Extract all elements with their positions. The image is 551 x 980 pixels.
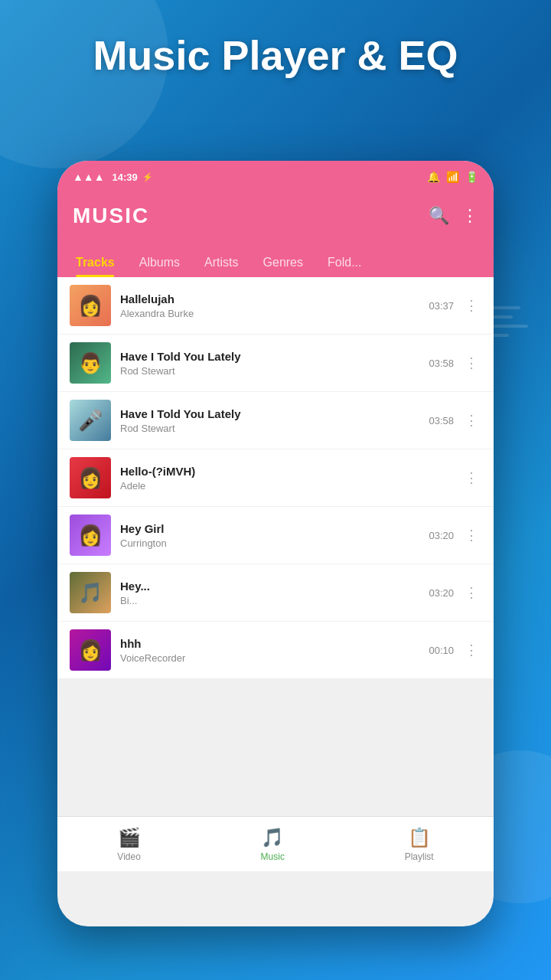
track-info: Hello-(?iMVH) Adele xyxy=(111,465,454,492)
track-duration: 03:58 xyxy=(429,415,454,426)
track-name: Hallelujah xyxy=(120,292,419,305)
track-name: Hey... xyxy=(120,580,419,593)
track-item[interactable]: 👨 Have I Told You Lately Rod Stewart 03:… xyxy=(57,335,494,392)
music-header: MUSIC 🔍 ⋮ xyxy=(57,193,494,239)
phone-frame: ▲▲▲ 14:39 ⚡ 🔔 📶 🔋 MUSIC 🔍 ⋮ Tracks Album… xyxy=(57,161,494,926)
track-artist: Adele xyxy=(120,480,445,492)
track-more-icon[interactable]: ⋮ xyxy=(461,294,481,317)
nav-video-label: Video xyxy=(117,851,140,862)
tab-albums[interactable]: Albums xyxy=(127,248,192,277)
track-name: hhh xyxy=(120,637,419,650)
notification-icon: 🔔 xyxy=(427,171,440,183)
track-list: 👩 Hallelujah Alexandra Burke 03:37 ⋮ 👨 H… xyxy=(57,277,494,679)
tab-genres[interactable]: Genres xyxy=(251,248,315,277)
track-thumbnail: 🎵 xyxy=(70,572,111,613)
track-artist: Rod Stewart xyxy=(120,423,419,434)
track-name: Hey Girl xyxy=(120,522,419,535)
track-info: Hey... Bi... xyxy=(111,580,429,606)
track-more-icon[interactable]: ⋮ xyxy=(461,524,481,547)
playlist-icon: 📋 xyxy=(408,827,431,848)
track-thumbnail: 👩 xyxy=(70,285,111,326)
track-thumbnail: 👩 xyxy=(70,629,111,671)
track-more-icon[interactable]: ⋮ xyxy=(461,581,481,604)
tab-artists[interactable]: Artists xyxy=(192,248,250,277)
track-artist: Bi... xyxy=(120,595,419,606)
track-item[interactable]: 👩 Hello-(?iMVH) Adele ⋮ 👩 At My Worst xyxy=(57,449,494,507)
tab-bar: Tracks Albums Artists Genres Fold... xyxy=(57,239,494,277)
music-icon: 🎵 xyxy=(261,827,284,848)
track-more-icon[interactable]: ⋮ xyxy=(461,409,481,432)
track-item[interactable]: 👩 Hallelujah Alexandra Burke 03:37 ⋮ xyxy=(57,277,494,335)
track-info: Hallelujah Alexandra Burke xyxy=(111,292,429,319)
nav-playlist-label: Playlist xyxy=(405,851,434,862)
nav-playlist[interactable]: 📋 Playlist xyxy=(405,827,434,862)
track-info: Have I Told You Lately Rod Stewart xyxy=(111,407,429,434)
track-name: Have I Told You Lately xyxy=(120,407,419,420)
track-thumbnail: 👨 xyxy=(70,342,111,384)
track-name: Have I Told You Lately xyxy=(120,350,419,363)
app-title: Music Player & EQ xyxy=(38,31,513,80)
app-title-area: Music Player & EQ xyxy=(38,31,513,80)
video-icon: 🎬 xyxy=(118,827,141,848)
track-artist: Rod Stewart xyxy=(120,365,419,377)
nav-video[interactable]: 🎬 Video xyxy=(117,827,140,862)
tab-folders[interactable]: Fold... xyxy=(315,248,373,277)
usb-icon: ⚡ xyxy=(142,172,153,182)
track-duration: 03:37 xyxy=(429,300,454,312)
track-more-icon[interactable]: ⋮ xyxy=(461,466,481,489)
track-info: hhh VoiceRecorder xyxy=(111,637,429,664)
track-item[interactable]: 👩 hhh VoiceRecorder 00:10 ⋮ xyxy=(57,622,494,679)
bottom-nav: 🎬 Video 🎵 Music 📋 Playlist xyxy=(57,816,494,871)
track-item[interactable]: 👩 Hey Girl Currington 03:20 ⋮ 👩‍🦳 I want… xyxy=(57,507,494,564)
signal-icon: ▲▲▲ xyxy=(73,171,105,183)
wifi-icon: 📶 xyxy=(446,171,459,183)
status-bar: ▲▲▲ 14:39 ⚡ 🔔 📶 🔋 xyxy=(57,161,494,193)
track-duration: 03:20 xyxy=(429,530,454,541)
status-time: 14:39 xyxy=(112,172,138,183)
track-artist: Currington xyxy=(120,537,419,549)
track-info: Have I Told You Lately Rod Stewart xyxy=(111,350,429,377)
track-duration: 03:20 xyxy=(429,587,454,599)
search-icon[interactable]: 🔍 xyxy=(429,206,449,226)
track-item[interactable]: 🎵 Hey... Bi... 03:20 ⋮ 👩 My happy ending xyxy=(57,564,494,622)
track-duration: 00:10 xyxy=(429,645,454,656)
track-artist: VoiceRecorder xyxy=(120,652,419,664)
nav-music-label: Music xyxy=(261,851,285,862)
track-list-container: 👩 Hallelujah Alexandra Burke 03:37 ⋮ 👨 H… xyxy=(57,277,494,871)
track-artist: Alexandra Burke xyxy=(120,308,419,319)
track-name: Hello-(?iMVH) xyxy=(120,465,445,478)
header-actions: 🔍 ⋮ xyxy=(429,206,478,226)
track-more-icon[interactable]: ⋮ xyxy=(461,639,481,662)
battery-icon: 🔋 xyxy=(465,171,478,183)
track-duration: 03:58 xyxy=(429,358,454,369)
more-options-icon[interactable]: ⋮ xyxy=(461,206,478,226)
track-more-icon[interactable]: ⋮ xyxy=(461,351,481,374)
track-item[interactable]: 🎤 Have I Told You Lately Rod Stewart 03:… xyxy=(57,392,494,449)
track-thumbnail: 🎤 xyxy=(70,400,111,441)
track-thumbnail: 👩 xyxy=(70,514,111,556)
header-title: MUSIC xyxy=(73,204,149,228)
tab-tracks[interactable]: Tracks xyxy=(64,248,127,277)
track-thumbnail: 👩 xyxy=(70,457,111,498)
track-info: Hey Girl Currington xyxy=(111,522,429,549)
nav-music[interactable]: 🎵 Music xyxy=(261,827,285,862)
